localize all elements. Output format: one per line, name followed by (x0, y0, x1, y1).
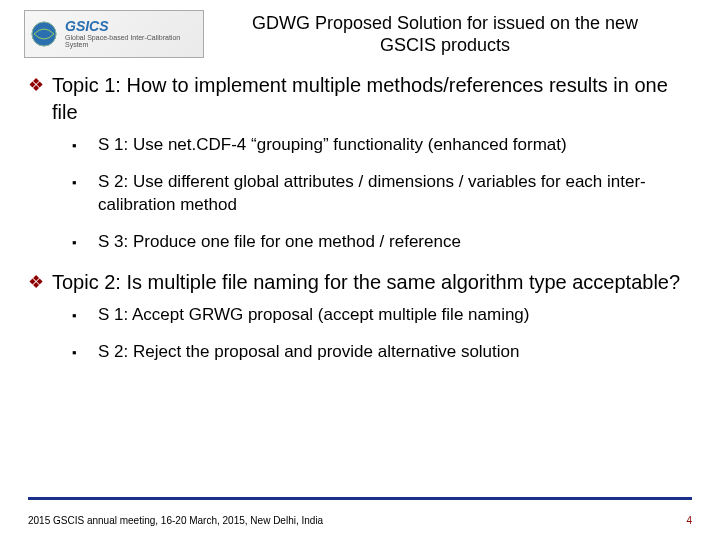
page-number: 4 (686, 515, 692, 526)
diamond-bullet-icon: ❖ (28, 269, 52, 296)
slide-header: GSICS Global Space-based Inter-Calibrati… (0, 0, 720, 58)
footer-text: 2015 GSCIS annual meeting, 16-20 March, … (28, 515, 323, 526)
list-item: ▪ S 1: Accept GRWG proposal (accept mult… (72, 304, 692, 327)
sub-text: S 3: Produce one file for one method / r… (98, 231, 692, 254)
logo-tagline: Global Space-based Inter-Calibration Sys… (65, 34, 199, 49)
square-bullet-icon: ▪ (72, 304, 98, 327)
square-bullet-icon: ▪ (72, 231, 98, 254)
square-bullet-icon: ▪ (72, 341, 98, 364)
list-item: ▪ S 1: Use net.CDF-4 “grouping” function… (72, 134, 692, 157)
topic-heading: Topic 1: How to implement multiple metho… (52, 72, 692, 126)
footer-divider (28, 497, 692, 500)
sub-text: S 1: Use net.CDF-4 “grouping” functional… (98, 134, 692, 157)
slide-footer: 2015 GSCIS annual meeting, 16-20 March, … (28, 515, 692, 526)
topic-1: ❖ Topic 1: How to implement multiple met… (28, 72, 692, 255)
slide-content: ❖ Topic 1: How to implement multiple met… (0, 58, 720, 364)
list-item: ▪ S 3: Produce one file for one method /… (72, 231, 692, 254)
sub-text: S 2: Reject the proposal and provide alt… (98, 341, 692, 364)
square-bullet-icon: ▪ (72, 171, 98, 194)
diamond-bullet-icon: ❖ (28, 72, 52, 99)
logo: GSICS Global Space-based Inter-Calibrati… (24, 10, 204, 58)
square-bullet-icon: ▪ (72, 134, 98, 157)
slide-title: GDWG Proposed Solution for issued on the… (224, 12, 696, 57)
sub-text: S 1: Accept GRWG proposal (accept multip… (98, 304, 692, 327)
logo-name: GSICS (65, 19, 199, 34)
topic-2: ❖ Topic 2: Is multiple file naming for t… (28, 269, 692, 365)
list-item: ▪ S 2: Reject the proposal and provide a… (72, 341, 692, 364)
topic-heading: Topic 2: Is multiple file naming for the… (52, 269, 692, 296)
sub-text: S 2: Use different global attributes / d… (98, 171, 692, 217)
globe-icon (29, 19, 59, 49)
list-item: ▪ S 2: Use different global attributes /… (72, 171, 692, 217)
